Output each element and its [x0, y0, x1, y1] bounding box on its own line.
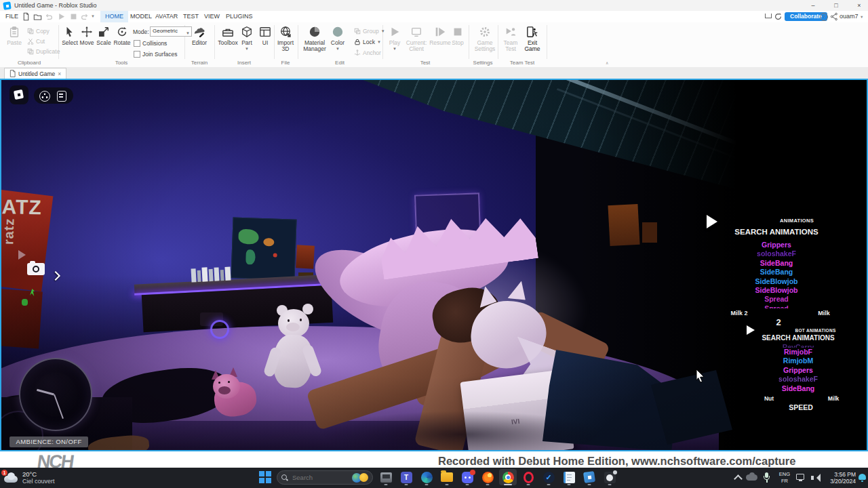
- animations-search-button[interactable]: SEARCH ANIMATIONS: [722, 228, 831, 236]
- taskbar-app-teams[interactable]: T: [397, 469, 415, 485]
- taskbar-app-opera[interactable]: [519, 469, 537, 485]
- emotes-icon[interactable]: [39, 91, 50, 102]
- animation-item-clipped[interactable]: Spread: [722, 304, 831, 308]
- cut-button[interactable]: Cut: [27, 38, 45, 45]
- file-menu[interactable]: FILE: [5, 11, 18, 22]
- taskbar-app-edge[interactable]: [418, 469, 435, 485]
- tray-chevron-icon[interactable]: [734, 474, 742, 481]
- new-file-icon[interactable]: [22, 12, 31, 21]
- material-manager-button[interactable]: Material Manager: [301, 26, 328, 52]
- stop-button[interactable]: Stop: [450, 26, 465, 46]
- play-button[interactable]: Play ▼: [387, 26, 403, 52]
- redo-icon[interactable]: [80, 12, 89, 21]
- select-tool-button[interactable]: Select: [61, 26, 79, 46]
- open-file-icon[interactable]: [33, 12, 42, 21]
- side-play-icon[interactable]: [18, 250, 26, 260]
- animation-item-clipped[interactable]: RevCarry: [751, 343, 846, 348]
- team-test-button[interactable]: Team Test: [500, 26, 521, 52]
- start-button[interactable]: [256, 469, 274, 485]
- join-surfaces-checkbox[interactable]: Join Surfaces: [134, 51, 178, 58]
- bot-search-button[interactable]: SEARCH ANIMATIONS: [751, 334, 846, 342]
- stop-quick-icon[interactable]: [69, 12, 78, 21]
- taskbar-app-roblox-studio[interactable]: [580, 469, 598, 485]
- animation-item[interactable]: SideBang: [751, 384, 846, 393]
- animation-item[interactable]: RimjobM: [751, 357, 846, 365]
- username-menu[interactable]: ouam7 ▼: [840, 11, 864, 23]
- clock-widget[interactable]: 3:56 PM 3/20/2024: [822, 471, 856, 485]
- speaker-icon[interactable]: [811, 474, 821, 482]
- undo-icon[interactable]: [45, 12, 54, 21]
- tab-plugins[interactable]: PLUGINS: [221, 11, 258, 22]
- taskbar-app-discord[interactable]: [458, 469, 476, 485]
- ui-button[interactable]: UI: [257, 26, 273, 46]
- mode-select[interactable]: Geometric ▼: [150, 26, 192, 37]
- taskbar-app-chrome[interactable]: [499, 469, 517, 485]
- doc-tab-untitled-game[interactable]: Untitled Game ×: [4, 68, 66, 79]
- move-tool-button[interactable]: Move: [78, 26, 96, 46]
- ambience-toggle-button[interactable]: AMBIENCE: ON/OFF: [9, 436, 88, 447]
- taskbar-app-check-app[interactable]: ✓: [540, 469, 557, 485]
- weather-widget[interactable]: 1 20°C Ciel couvert: [3, 469, 91, 487]
- toolbox-button[interactable]: Toolbox: [217, 26, 239, 46]
- help-icon[interactable]: ?: [820, 13, 828, 21]
- ribbon-collapse-icon[interactable]: ∧: [606, 60, 608, 65]
- taskbar-search[interactable]: [277, 470, 373, 485]
- maximize-button[interactable]: □: [825, 0, 848, 11]
- bot-play-button[interactable]: [747, 325, 755, 335]
- microphone-icon[interactable]: [764, 472, 770, 483]
- roblox-menu-chip[interactable]: [9, 85, 28, 104]
- anchor-button[interactable]: Anchor: [354, 49, 381, 56]
- animation-item[interactable]: SideBlowjob: [722, 277, 831, 286]
- network-icon[interactable]: [796, 474, 805, 482]
- rotate-tool-button[interactable]: Rotate: [112, 26, 132, 46]
- taskbar-app-firefox[interactable]: [479, 469, 496, 485]
- lock-button[interactable]: Lock▼: [354, 39, 381, 45]
- taskbar-app-notepad[interactable]: [560, 469, 578, 485]
- minimize-button[interactable]: –: [802, 0, 825, 11]
- chat-doc-icon[interactable]: [57, 91, 66, 102]
- current-client-button[interactable]: Current: Client: [403, 26, 429, 52]
- milk2-button[interactable]: Milk 2: [719, 310, 760, 317]
- animation-item[interactable]: Grippers: [751, 366, 846, 375]
- milk-button-top[interactable]: Milk: [804, 310, 844, 317]
- taskbar-app-file-explorer[interactable]: [438, 469, 456, 485]
- animation-item[interactable]: Grippers: [722, 241, 831, 249]
- animation-item[interactable]: SideBlowjob: [722, 286, 831, 295]
- group-button[interactable]: Group▼: [354, 28, 385, 35]
- animations-play-button[interactable]: [707, 215, 717, 228]
- home-cloud-icon[interactable]: [765, 14, 772, 18]
- doc-tab-close-icon[interactable]: ×: [58, 70, 61, 77]
- capture-camera-icon[interactable]: [27, 263, 45, 275]
- resume-button[interactable]: Resume: [430, 26, 450, 46]
- onedrive-icon[interactable]: [746, 474, 757, 481]
- notification-bell-icon[interactable]: [859, 474, 866, 482]
- color-button[interactable]: Color ▼: [329, 26, 347, 52]
- 3d-viewport[interactable]: RATZ ratz: [0, 79, 868, 451]
- paste-button[interactable]: Paste: [4, 26, 24, 46]
- collisions-checkbox[interactable]: Collisions: [134, 40, 167, 47]
- tab-home[interactable]: HOME: [100, 11, 128, 22]
- copy-button[interactable]: Copy: [27, 28, 50, 35]
- taskbar-app-debut-capture[interactable]: [601, 469, 618, 485]
- language-indicator[interactable]: ENG FR: [777, 471, 792, 485]
- terrain-editor-button[interactable]: Editor: [189, 26, 210, 46]
- game-settings-button[interactable]: Game Settings: [473, 26, 496, 52]
- search-input[interactable]: [291, 473, 349, 482]
- animation-item[interactable]: soloshakeF: [722, 249, 831, 258]
- taskbar-app-window-app[interactable]: [377, 469, 395, 485]
- sync-icon[interactable]: [774, 12, 783, 21]
- share-icon[interactable]: [830, 12, 839, 21]
- play-quick-icon[interactable]: [57, 12, 66, 21]
- animation-item[interactable]: RimjobF: [751, 348, 846, 357]
- quickbar-caret-icon[interactable]: ▼: [91, 14, 95, 18]
- exit-game-button[interactable]: Exit Game: [522, 26, 542, 52]
- animation-item[interactable]: soloshakeF: [751, 375, 846, 384]
- animation-item[interactable]: Spread: [722, 295, 831, 304]
- close-button[interactable]: ×: [848, 0, 868, 11]
- part-button[interactable]: Part ▼: [238, 26, 256, 52]
- animation-item[interactable]: SideBang: [722, 268, 831, 277]
- duplicate-button[interactable]: Duplicate: [27, 48, 60, 55]
- nut-button[interactable]: Nut: [749, 395, 789, 402]
- milk-button-bottom[interactable]: Milk: [813, 395, 854, 402]
- scale-tool-button[interactable]: Scale: [95, 26, 113, 46]
